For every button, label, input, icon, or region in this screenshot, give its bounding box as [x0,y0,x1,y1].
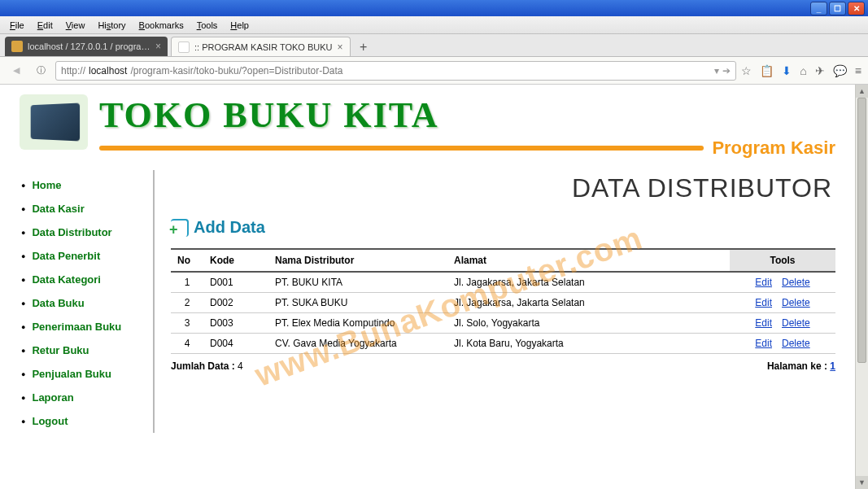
tab-label: :: PROGRAM KASIR TOKO BUKU [194,42,333,52]
dropdown-icon[interactable]: ▾ [714,65,719,76]
window-minimize-button[interactable]: _ [810,2,827,15]
add-data-label: Add Data [194,218,265,237]
site-logo [20,94,88,150]
page-title: DATA DISTRIBUTOR [171,173,832,203]
url-prefix: http:// [61,65,85,76]
sidebar-item[interactable]: Data Buku [20,291,153,315]
sidebar-item[interactable]: Penjualan Buku [20,362,153,386]
col-alamat: Alamat [447,249,730,272]
url-path: /program-kasir/toko-buku/?open=Distribut… [130,65,342,76]
window-maximize-button[interactable]: ☐ [829,2,846,15]
cell-kode: D002 [203,293,268,313]
url-host: localhost [89,65,127,76]
cell-kode: D003 [203,313,268,334]
sidebar-item[interactable]: Retur Buku [20,338,153,362]
window-close-button[interactable]: ✕ [848,2,865,15]
browser-tab[interactable]: localhost / 127.0.0.1 / progra… × [5,37,168,56]
site-title: TOKO BUKU KITA [99,94,835,136]
home-icon[interactable]: ⌂ [800,64,806,77]
pos-monitor-icon [31,103,80,142]
cell-kode: D001 [203,272,268,293]
sidebar-item[interactable]: Penerimaan Buku [20,315,153,338]
cell-no: 3 [171,313,203,334]
vertical-scrollbar[interactable]: ▲ ▼ [855,85,868,489]
tab-close-icon[interactable]: × [338,41,343,53]
go-icon[interactable]: ➔ [722,65,731,76]
toolbar-icons: ☆ 📋 ⬇ ⌂ ✈ 💬 ≡ [741,64,861,77]
site-header: TOKO BUKU KITA Program Kasir [0,85,855,159]
back-button[interactable]: ◀ [7,61,26,81]
page-viewport: TOKO BUKU KITA Program Kasir HomeData Ka… [0,85,855,489]
scroll-thumb[interactable] [857,98,866,363]
table-row: 1D001PT. BUKU KITAJl. Jagakarsa, Jakarta… [171,272,835,293]
download-icon[interactable]: ⬇ [782,64,792,77]
cell-nama: CV. Gava Media Yogyakarta [268,334,447,354]
identity-icon[interactable]: ⓘ [31,61,50,81]
scroll-down-icon[interactable]: ▼ [856,476,868,489]
url-input[interactable]: http://localhost/program-kasir/toko-buku… [55,61,736,81]
sidebar-item[interactable]: Laporan [20,386,153,409]
col-kode: Kode [203,249,268,272]
browser-toolbar: ◀ ⓘ http://localhost/program-kasir/toko-… [0,57,868,85]
sidebar-item[interactable]: Home [20,173,153,197]
table-row: 4D004CV. Gava Media YogyakartaJl. Kota B… [171,334,835,354]
cell-kode: D004 [203,334,268,354]
sidebar-item[interactable]: Data Kasir [20,197,153,220]
cell-alamat: Jl. Solo, Yogyakarta [447,313,730,334]
sidebar-nav: HomeData KasirData DistributorData Pener… [20,170,153,433]
main-content: DATA DISTRIBUTOR Add Data No Kode Nama D… [153,170,835,433]
menu-history[interactable]: History [91,18,132,33]
col-nama: Nama Distributor [268,249,447,272]
site-subtitle: Program Kasir [712,138,835,159]
hamburger-menu-icon[interactable]: ≡ [855,64,861,77]
col-tools: Tools [730,249,835,272]
menu-tools[interactable]: Tools [190,18,225,33]
scroll-up-icon[interactable]: ▲ [856,85,868,98]
new-tab-button[interactable]: + [354,38,373,56]
cell-no: 1 [171,272,203,293]
cell-tools: EditDelete [730,293,835,313]
distributor-table: No Kode Nama Distributor Alamat Tools 1D… [171,248,835,354]
col-no: No [171,249,203,272]
chat-icon[interactable]: 💬 [833,64,847,77]
menu-help[interactable]: Help [224,18,255,33]
menu-edit[interactable]: Edit [31,18,59,33]
tab-close-icon[interactable]: × [155,41,161,52]
clipboard-icon[interactable]: 📋 [760,64,774,77]
cell-alamat: Jl. Jagakarsa, Jakarta Selatan [447,272,730,293]
delete-link[interactable]: Delete [782,277,810,288]
page-number-link[interactable]: 1 [830,360,835,372]
bookmark-star-icon[interactable]: ☆ [741,64,752,77]
browser-tabstrip: localhost / 127.0.0.1 / progra… × :: PRO… [0,34,868,57]
cell-tools: EditDelete [730,272,835,293]
delete-link[interactable]: Delete [782,297,810,308]
cell-alamat: Jl. Jagakarsa, Jakarta Selatan [447,293,730,313]
edit-link[interactable]: Edit [755,317,772,329]
menu-file[interactable]: File [3,18,31,33]
menu-bookmarks[interactable]: Bookmarks [133,18,190,33]
browser-tab-active[interactable]: :: PROGRAM KASIR TOKO BUKU × [171,37,351,56]
cell-no: 4 [171,334,203,354]
window-titlebar: _ ☐ ✕ [0,0,868,16]
sidebar-item[interactable]: Data Kategori [20,268,153,291]
sidebar-item[interactable]: Logout [20,409,153,433]
edit-link[interactable]: Edit [755,277,772,288]
cell-tools: EditDelete [730,334,835,354]
table-row: 3D003PT. Elex Media KomputindoJl. Solo, … [171,313,835,334]
edit-link[interactable]: Edit [755,338,772,349]
sidebar-item[interactable]: Data Distributor [20,220,153,244]
cell-no: 2 [171,293,203,313]
favicon-icon [178,41,190,53]
count-label: Jumlah Data : [171,360,235,372]
add-data-button[interactable]: Add Data [171,218,835,237]
edit-link[interactable]: Edit [755,297,772,308]
delete-link[interactable]: Delete [782,338,810,349]
browser-menubar: File Edit View History Bookmarks Tools H… [0,16,868,34]
cell-tools: EditDelete [730,313,835,334]
menu-view[interactable]: View [59,18,92,33]
delete-link[interactable]: Delete [782,317,810,329]
send-icon[interactable]: ✈ [815,64,825,77]
sidebar-item[interactable]: Data Penerbit [20,244,153,268]
cell-nama: PT. SUKA BUKU [268,293,447,313]
accent-bar [99,146,704,151]
